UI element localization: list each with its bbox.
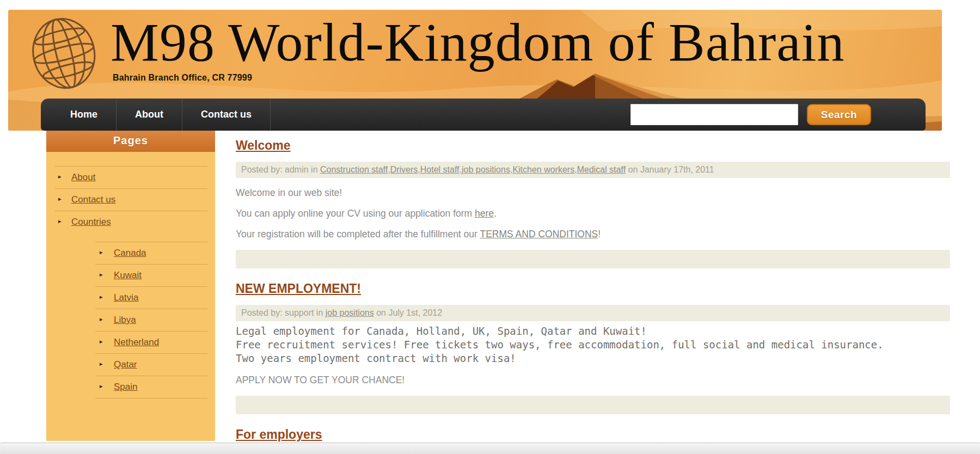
arrow-bullet-icon: ▸ [100, 338, 103, 345]
sidebar-link-contact-us[interactable]: Contact us [71, 194, 115, 205]
arrow-bullet-icon: ▸ [100, 316, 103, 323]
inline-link-here[interactable]: here [475, 208, 494, 219]
sidebar-item-qatar[interactable]: ▸Qatar [46, 354, 215, 376]
post-title-welcome[interactable]: Welcome [236, 138, 291, 153]
sidebar-item-libya[interactable]: ▸Libya [46, 309, 215, 331]
post-meta-new-employment: Posted by: support in job positions on J… [236, 305, 950, 321]
sidebar-link-netherland[interactable]: Netherland [114, 337, 159, 347]
category-link-construction-staff[interactable]: Construction staff [320, 165, 388, 174]
arrow-bullet-icon: ▸ [58, 195, 62, 203]
sidebar-item-canada[interactable]: ▸Canada [46, 242, 215, 264]
sidebar-item-about[interactable]: ▸About [46, 167, 215, 188]
post-title-new-employment[interactable]: NEW EMPLOYMENT! [236, 281, 361, 296]
sidebar-link-qatar[interactable]: Qatar [114, 359, 137, 370]
post-paragraph: You can apply online your CV using our a… [236, 207, 950, 219]
arrow-bullet-icon: ▸ [100, 249, 103, 256]
arrow-bullet-icon: ▸ [100, 360, 103, 367]
category-link-job-positions[interactable]: job positions [462, 165, 510, 174]
post-mono-text: Legal employment for Canada, Holland, UK… [236, 324, 950, 365]
sidebar-list: ▸About▸Contact us▸Countries▸Canada▸Kuwai… [46, 152, 215, 441]
sidebar-link-countries[interactable]: Countries [71, 217, 111, 227]
sidebar-title: Pages [46, 129, 215, 152]
sidebar-item-contact-us[interactable]: ▸Contact us [46, 189, 215, 211]
arrow-bullet-icon: ▸ [100, 271, 103, 278]
sidebar-divider [95, 398, 207, 398]
post-paragraph: APPLY NOW TO GET YOUR CHANCE! [236, 374, 950, 386]
post-footer-bar [236, 250, 950, 268]
post-footer-bar [236, 396, 950, 414]
sidebar-link-spain[interactable]: Spain [114, 382, 137, 392]
nav-item-contact-us[interactable]: Contact us [182, 99, 271, 131]
category-link-kitchen-workers[interactable]: Kitchen workers [512, 165, 574, 174]
sidebar-link-about[interactable]: About [71, 172, 95, 182]
sidebar-link-kuwait[interactable]: Kuwait [114, 270, 142, 280]
main-navbar: HomeAboutContact us Search [41, 99, 926, 131]
arrow-bullet-icon: ▸ [58, 173, 62, 180]
post-new-employment: NEW EMPLOYMENT!Posted by: support in job… [236, 268, 950, 414]
category-link-medical-staff[interactable]: Medical staff [577, 165, 626, 174]
category-link-job-positions[interactable]: job positions [326, 308, 374, 317]
sidebar-link-latvia[interactable]: Latvia [114, 292, 138, 303]
sidebar-link-canada[interactable]: Canada [114, 248, 146, 258]
inline-link-terms-and-conditions[interactable]: TERMS AND CONDITIONS [480, 229, 598, 240]
sidebar-item-spain[interactable]: ▸Spain [46, 376, 215, 398]
sidebar-link-libya[interactable]: Libya [114, 315, 136, 325]
sidebar-item-kuwait[interactable]: ▸Kuwait [46, 265, 215, 286]
nav-item-home[interactable]: Home [52, 99, 117, 131]
sidebar-item-netherland[interactable]: ▸Netherland [46, 332, 215, 353]
arrow-bullet-icon: ▸ [58, 218, 62, 225]
sidebar: Pages ▸About▸Contact us▸Countries▸Canada… [46, 129, 215, 441]
site-subtitle: Bahrain Branch Office, CR 77999 [113, 73, 252, 83]
posts-column: WelcomePosted by: admin in Construction … [236, 134, 950, 454]
search-button[interactable]: Search [807, 104, 871, 125]
search-input[interactable] [630, 104, 798, 125]
nav-item-about[interactable]: About [117, 99, 182, 131]
sidebar-item-countries[interactable]: ▸Countries [46, 211, 215, 233]
category-link-hotel-staff[interactable]: Hotel staff [420, 165, 460, 174]
category-link-drivers[interactable]: Drivers [390, 165, 418, 174]
globe-logo-icon [31, 14, 97, 96]
post-paragraph: Welcome in our web site! [236, 187, 950, 199]
sidebar-item-latvia[interactable]: ▸Latvia [46, 287, 215, 309]
post-meta-welcome: Posted by: admin in Construction staff,D… [236, 162, 950, 178]
arrow-bullet-icon: ▸ [100, 383, 103, 390]
post-welcome: WelcomePosted by: admin in Construction … [236, 134, 950, 268]
horizontal-scrollbar[interactable] [0, 443, 980, 454]
arrow-bullet-icon: ▸ [100, 293, 103, 300]
post-title-for-employers[interactable]: For employers [236, 427, 322, 442]
site-title: M98 World-Kingdom of Bahrain [111, 14, 938, 71]
post-paragraph: Your registration will be completed afte… [236, 228, 950, 240]
